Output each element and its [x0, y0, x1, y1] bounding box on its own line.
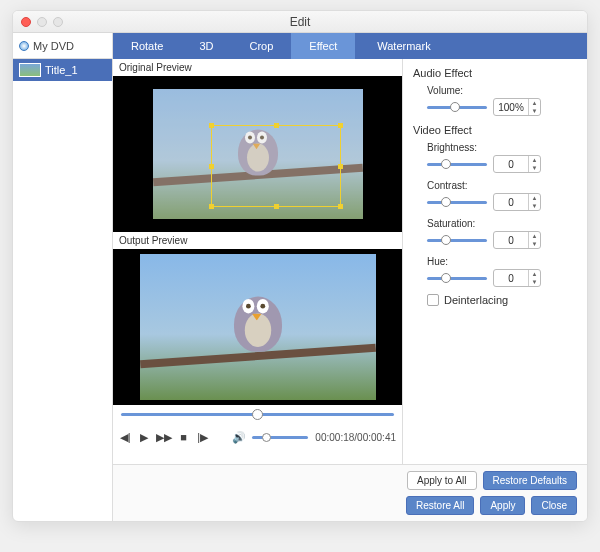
- tab-effect[interactable]: Effect: [291, 33, 355, 59]
- output-preview-label: Output Preview: [113, 232, 402, 249]
- volume-effect-handle[interactable]: [450, 102, 460, 112]
- main-area: Rotate 3D Crop Effect Watermark Original…: [113, 33, 587, 521]
- timeline-handle[interactable]: [252, 409, 263, 420]
- restore-defaults-button[interactable]: Restore Defaults: [483, 471, 577, 490]
- title-thumbnail-icon: [19, 63, 41, 77]
- volume-down[interactable]: ▼: [529, 107, 540, 115]
- sidebar-source-label: My DVD: [33, 40, 74, 52]
- next-frame-button[interactable]: |▶: [197, 431, 209, 444]
- footer: Apply to All Restore Defaults Restore Al…: [113, 464, 587, 521]
- sidebar-source-row[interactable]: My DVD: [13, 33, 112, 59]
- volume-handle[interactable]: [262, 433, 271, 442]
- saturation-down[interactable]: ▼: [529, 240, 540, 248]
- contrast-slider[interactable]: [427, 201, 487, 204]
- time-display: 00:00:18/00:00:41: [315, 432, 396, 443]
- tab-rotate[interactable]: Rotate: [113, 33, 181, 59]
- saturation-label: Saturation:: [413, 218, 577, 229]
- tabs-bar: Rotate 3D Crop Effect Watermark: [113, 33, 587, 59]
- tab-crop[interactable]: Crop: [231, 33, 291, 59]
- disc-icon: [19, 41, 29, 51]
- titlebar: Edit: [13, 11, 587, 33]
- window-title: Edit: [13, 15, 587, 29]
- hue-slider[interactable]: [427, 277, 487, 280]
- brightness-up[interactable]: ▲: [529, 156, 540, 164]
- contrast-stepper[interactable]: 0▲▼: [493, 193, 541, 211]
- volume-stepper[interactable]: 100% ▲▼: [493, 98, 541, 116]
- brightness-down[interactable]: ▼: [529, 164, 540, 172]
- play-button[interactable]: ▶: [138, 431, 150, 444]
- hue-up[interactable]: ▲: [529, 270, 540, 278]
- saturation-stepper[interactable]: 0▲▼: [493, 231, 541, 249]
- tab-watermark[interactable]: Watermark: [355, 33, 587, 59]
- contrast-up[interactable]: ▲: [529, 194, 540, 202]
- previews-column: Original Preview Output Preview: [113, 59, 403, 464]
- saturation-slider[interactable]: [427, 239, 487, 242]
- volume-slider[interactable]: [252, 436, 308, 439]
- hue-label: Hue:: [413, 256, 577, 267]
- prev-frame-button[interactable]: ◀|: [119, 431, 131, 444]
- fast-forward-button[interactable]: ▶▶: [157, 431, 170, 444]
- deinterlace-label: Deinterlacing: [444, 294, 508, 306]
- hue-stepper[interactable]: 0▲▼: [493, 269, 541, 287]
- sidebar-item-label: Title_1: [45, 64, 78, 76]
- apply-button[interactable]: Apply: [480, 496, 525, 515]
- close-button[interactable]: Close: [531, 496, 577, 515]
- window-body: My DVD Title_1 Rotate 3D Crop Effect Wat…: [13, 33, 587, 521]
- sidebar-item-title1[interactable]: Title_1: [13, 59, 112, 81]
- hue-handle[interactable]: [441, 273, 451, 283]
- content-area: Original Preview Output Preview: [113, 59, 587, 464]
- effects-panel: Audio Effect Volume: 100% ▲▼ Video Effec…: [403, 59, 587, 464]
- timeline[interactable]: [113, 405, 402, 423]
- restore-all-button[interactable]: Restore All: [406, 496, 474, 515]
- sidebar: My DVD Title_1: [13, 33, 113, 521]
- edit-window: Edit My DVD Title_1 Rotate 3D Crop Effec…: [12, 10, 588, 522]
- output-preview: [113, 249, 402, 405]
- hue-down[interactable]: ▼: [529, 278, 540, 286]
- stop-button[interactable]: ■: [177, 431, 189, 444]
- audio-effect-title: Audio Effect: [413, 67, 577, 79]
- crop-selection[interactable]: [211, 125, 341, 207]
- saturation-handle[interactable]: [441, 235, 451, 245]
- tab-3d[interactable]: 3D: [181, 33, 231, 59]
- contrast-label: Contrast:: [413, 180, 577, 191]
- apply-to-all-button[interactable]: Apply to All: [407, 471, 476, 490]
- contrast-down[interactable]: ▼: [529, 202, 540, 210]
- volume-label: Volume:: [413, 85, 577, 96]
- player-controls: ◀| ▶ ▶▶ ■ |▶ 🔊 00:00:18/00:00:41: [113, 423, 402, 451]
- volume-icon[interactable]: 🔊: [232, 431, 245, 444]
- video-effect-title: Video Effect: [413, 124, 577, 136]
- brightness-label: Brightness:: [413, 142, 577, 153]
- original-preview-label: Original Preview: [113, 59, 402, 76]
- brightness-handle[interactable]: [441, 159, 451, 169]
- saturation-up[interactable]: ▲: [529, 232, 540, 240]
- volume-effect-slider[interactable]: [427, 106, 487, 109]
- brightness-stepper[interactable]: 0▲▼: [493, 155, 541, 173]
- original-preview: [113, 76, 402, 232]
- deinterlace-checkbox[interactable]: [427, 294, 439, 306]
- volume-up[interactable]: ▲: [529, 99, 540, 107]
- contrast-handle[interactable]: [441, 197, 451, 207]
- brightness-slider[interactable]: [427, 163, 487, 166]
